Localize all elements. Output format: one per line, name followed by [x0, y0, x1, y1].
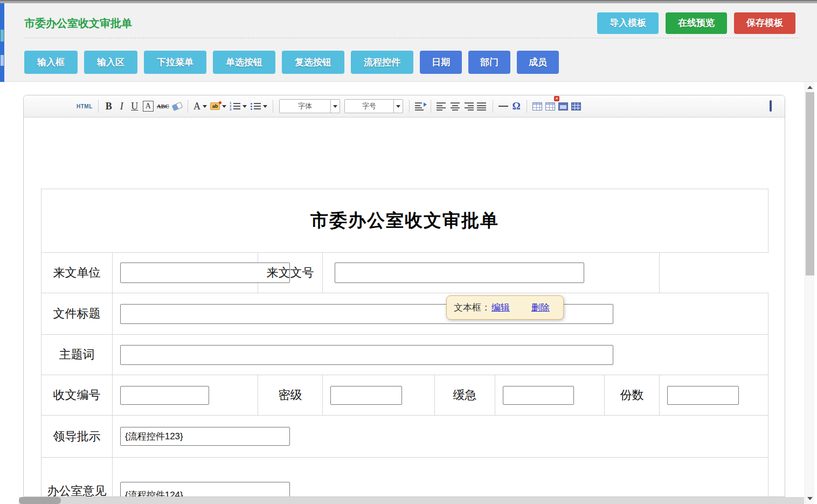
bold-icon[interactable]: B [102, 99, 115, 114]
fullscreen-icon[interactable] [764, 99, 777, 114]
remove-format-eraser-icon[interactable] [171, 99, 184, 114]
dropdown-caret-icon [243, 105, 247, 108]
document-number-input[interactable] [335, 263, 584, 283]
source-unit-input[interactable] [120, 263, 290, 283]
table-row: 来文单位 来文文号 [41, 253, 768, 293]
italic-icon[interactable]: I [115, 99, 128, 114]
widget-flow-control-button[interactable]: 流程控件 [351, 51, 413, 74]
scroll-up-arrow-icon[interactable] [807, 86, 813, 89]
special-char-icon[interactable]: Ω [510, 99, 523, 114]
dropdown-arrow[interactable] [330, 100, 340, 113]
dropdown-arrow[interactable] [393, 100, 403, 113]
dashed-divider [24, 38, 799, 38]
toolbar-separator [527, 100, 527, 113]
vertical-scrollbar[interactable] [805, 82, 814, 504]
label-leader-instructions: 领导批示 [41, 416, 113, 458]
editor-canvas[interactable]: 市委办公室收文审批单 来文单位 来文文号 文件标题 主题词 收文编号 [24, 118, 785, 497]
indent-icon[interactable] [413, 99, 427, 114]
vertical-scrollbar-thumb[interactable] [806, 92, 814, 275]
widget-action-tooltip: 文本框： 编辑 删除 [446, 295, 564, 320]
table-row: 收文编号 密级 缓急 份数 [41, 375, 768, 416]
editor-toolbar: HTML B I U A ABC A ab 字体 字号 [24, 95, 785, 118]
widget-member-button[interactable]: 成员 [517, 51, 559, 74]
dropdown-caret-icon [222, 105, 226, 108]
unordered-list-icon[interactable] [248, 99, 269, 114]
ordered-list-icon[interactable] [228, 99, 248, 114]
label-copies: 份数 [605, 375, 660, 416]
cell-properties-icon[interactable] [570, 99, 583, 114]
widget-dropdown-button[interactable]: 下拉菜单 [144, 51, 206, 74]
richtext-editor: HTML B I U A ABC A ab 字体 字号 [23, 95, 785, 497]
toolbar-separator [98, 100, 99, 113]
widget-toolbar: 输入框 输入区 下拉菜单 单选按钮 复选按钮 流程控件 日期 部门 成员 [24, 51, 559, 74]
horizontal-scrollbar-thumb[interactable] [19, 497, 61, 504]
widget-department-button[interactable]: 部门 [468, 51, 510, 74]
align-right-icon[interactable] [462, 99, 475, 114]
table-row: 领导批示 [41, 416, 768, 458]
html-source-icon[interactable]: HTML [75, 99, 94, 114]
delete-table-icon[interactable]: × [544, 99, 557, 114]
label-office-opinion: 办公室意见 [41, 458, 113, 498]
widget-radio-button[interactable]: 单选按钮 [213, 51, 275, 74]
horizontal-rule-icon[interactable] [497, 99, 510, 114]
subject-words-input[interactable] [120, 345, 613, 365]
align-left-icon[interactable] [435, 99, 448, 114]
background-window-sliver [0, 3, 4, 82]
label-document-number: 来文文号 [258, 253, 323, 293]
toolbar-separator [273, 100, 273, 113]
office-opinion-input[interactable] [120, 482, 290, 497]
edit-widget-link[interactable]: 编辑 [491, 301, 510, 314]
label-subject-words: 主题词 [41, 335, 113, 375]
font-size-select[interactable]: 字号 [344, 99, 403, 113]
receipt-number-input[interactable] [120, 386, 209, 405]
align-justify-icon[interactable] [475, 99, 489, 114]
save-template-button[interactable]: 保存模板 [734, 12, 795, 34]
background-window-fragment [1, 30, 4, 42]
toolbar-separator [188, 100, 188, 113]
online-preview-button[interactable]: 在线预览 [666, 12, 727, 34]
insert-table-icon[interactable] [531, 99, 544, 114]
label-secrecy-level: 密级 [258, 375, 323, 416]
toolbar-separator [493, 100, 493, 113]
align-center-icon[interactable] [448, 99, 462, 114]
page-title: 市委办公室收文审批单 [24, 16, 132, 31]
underline-icon[interactable]: U [128, 99, 141, 114]
font-color-icon[interactable]: A [192, 99, 209, 114]
label-urgency: 缓急 [435, 375, 495, 416]
urgency-input[interactable] [503, 386, 574, 405]
table-row: 主题词 [41, 335, 768, 375]
secrecy-level-input[interactable] [330, 386, 402, 405]
page-header: 市委办公室收文审批单 导入模板 在线预览 保存模板 输入框 输入区 下拉菜单 单… [4, 3, 817, 82]
toolbar-separator [431, 100, 431, 113]
background-window-fragment [1, 55, 4, 66]
font-family-select[interactable]: 字体 [279, 99, 340, 113]
widget-date-button[interactable]: 日期 [420, 51, 462, 74]
border-text-icon[interactable]: A [141, 99, 155, 114]
widget-input-area-button[interactable]: 输入区 [84, 51, 137, 74]
import-template-button[interactable]: 导入模板 [597, 12, 659, 34]
scroll-down-arrow-icon[interactable] [807, 497, 813, 500]
content-area: HTML B I U A ABC A ab 字体 字号 [4, 82, 805, 497]
header-actions: 导入模板 在线预览 保存模板 [597, 12, 795, 34]
form-title: 市委办公室收文审批单 [310, 210, 499, 230]
widget-input-box-button[interactable]: 输入框 [24, 51, 78, 74]
dropdown-caret-icon [203, 105, 207, 108]
label-document-title: 文件标题 [41, 293, 113, 335]
widget-checkbox-button[interactable]: 复选按钮 [282, 51, 344, 74]
leader-instructions-input[interactable] [120, 427, 290, 446]
dropdown-caret-icon [263, 105, 267, 108]
label-source-unit: 来文单位 [41, 253, 113, 293]
approval-form-table: 市委办公室收文审批单 来文单位 来文文号 文件标题 主题词 收文编号 [41, 189, 768, 497]
tooltip-label: 文本框： [454, 301, 490, 314]
label-receipt-number: 收文编号 [41, 375, 113, 416]
table-row: 文件标题 [41, 293, 768, 335]
table-row: 办公室意见 [41, 458, 768, 498]
horizontal-scrollbar[interactable] [19, 497, 804, 504]
form-title-row: 市委办公室收文审批单 [41, 189, 768, 253]
strikethrough-icon[interactable]: ABC [155, 99, 171, 114]
delete-widget-link[interactable]: 删除 [531, 301, 550, 314]
highlight-color-icon[interactable]: ab [209, 99, 228, 114]
toolbar-separator [409, 100, 410, 113]
copies-input[interactable] [667, 386, 739, 405]
